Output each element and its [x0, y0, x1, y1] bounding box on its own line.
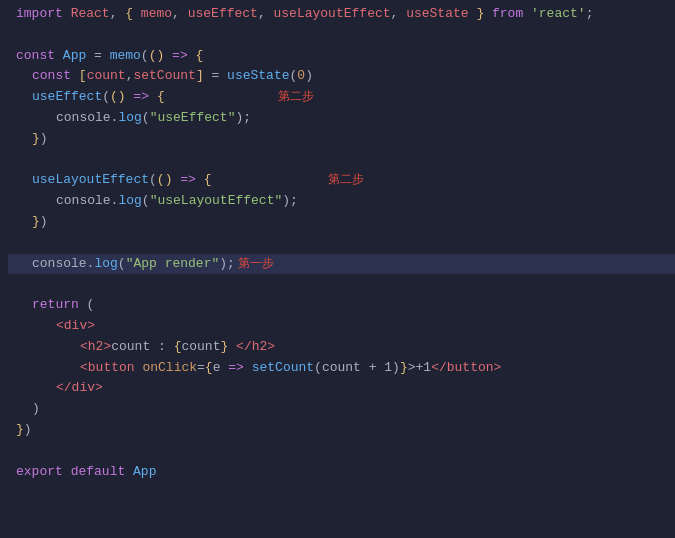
code-line-11: } ) [8, 212, 675, 233]
code-line-23: export default App [8, 462, 675, 483]
blank-line [8, 25, 675, 46]
blank-line-2 [8, 150, 675, 171]
code-line-4: const [ count , setCount ] = useState ( … [8, 66, 675, 87]
code-line-16: <div> [8, 316, 675, 337]
code-line-17: <h2> count : { count } </h2> [8, 337, 675, 358]
code-line-7: } ) [8, 129, 675, 150]
keyword-from: from [492, 4, 523, 25]
code-line-18: <button onClick = { e => setCount (count… [8, 358, 675, 379]
code-line-3: const App = memo ( () => { [8, 46, 675, 67]
code-line-15: return ( [8, 295, 675, 316]
code-line-21: } ) [8, 420, 675, 441]
code-line-5: useEffect ( () => { 第二步 [8, 87, 675, 108]
code-line-9: useLayoutEffect ( () => { 第二步 [8, 170, 675, 191]
blank-line-4 [8, 274, 675, 295]
annotation-step1: 第一步 [238, 254, 274, 273]
code-line-10: console . log ( "useLayoutEffect" ); [8, 191, 675, 212]
blank-line-5 [8, 441, 675, 462]
blank-line-3 [8, 233, 675, 254]
code-line-1: import React , { memo , useEffect , useL… [8, 4, 675, 25]
code-editor: import React , { memo , useEffect , useL… [0, 0, 675, 486]
code-line-6: console . log ( "useEffect" ); [8, 108, 675, 129]
code-line-19: </div> [8, 378, 675, 399]
keyword-import: import [16, 4, 63, 25]
code-line-13: console . log ( "App render" ); 第一步 [8, 254, 675, 275]
code-line-20: ) [8, 399, 675, 420]
annotation-step2-uselayouteffect: 第二步 [328, 170, 364, 189]
annotation-step2-useeffect: 第二步 [278, 87, 314, 106]
